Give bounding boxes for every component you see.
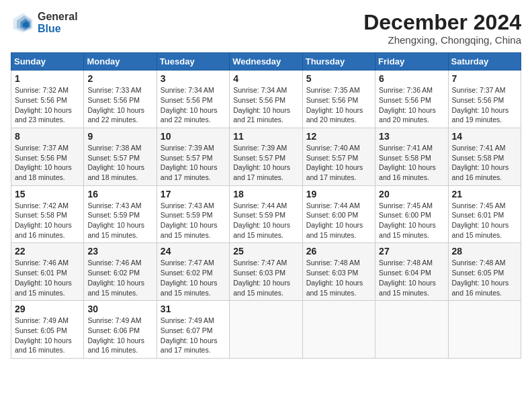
- day-number: 9: [87, 131, 152, 142]
- calendar-cell: 27Sunrise: 7:48 AM Sunset: 6:04 PM Dayli…: [375, 243, 448, 301]
- header-saturday: Saturday: [448, 53, 521, 71]
- calendar-cell: 13Sunrise: 7:41 AM Sunset: 5:58 PM Dayli…: [375, 128, 448, 185]
- calendar-cell: 28Sunrise: 7:48 AM Sunset: 6:05 PM Dayli…: [448, 243, 521, 301]
- day-info: Sunrise: 7:43 AM Sunset: 5:59 PM Dayligh…: [87, 201, 152, 240]
- day-info: Sunrise: 7:34 AM Sunset: 5:56 PM Dayligh…: [161, 85, 226, 125]
- header-sunday: Sunday: [11, 53, 84, 71]
- calendar-cell: 8Sunrise: 7:37 AM Sunset: 5:56 PM Daylig…: [11, 128, 84, 185]
- calendar-cell: 18Sunrise: 7:44 AM Sunset: 5:59 PM Dayli…: [230, 185, 302, 243]
- day-number: 15: [15, 189, 80, 199]
- calendar-week-3: 15Sunrise: 7:42 AM Sunset: 5:58 PM Dayli…: [11, 185, 521, 243]
- day-number: 8: [15, 131, 80, 142]
- day-number: 20: [379, 189, 444, 199]
- logo-general: General: [38, 11, 78, 23]
- day-number: 6: [379, 73, 444, 84]
- day-number: 19: [306, 189, 371, 199]
- day-info: Sunrise: 7:45 AM Sunset: 6:01 PM Dayligh…: [452, 201, 517, 240]
- day-number: 31: [161, 304, 226, 314]
- header-tuesday: Tuesday: [157, 53, 229, 71]
- calendar-table: SundayMondayTuesdayWednesdayThursdayFrid…: [11, 52, 521, 359]
- day-number: 24: [161, 246, 226, 257]
- day-number: 7: [452, 73, 517, 84]
- day-info: Sunrise: 7:46 AM Sunset: 6:02 PM Dayligh…: [87, 258, 152, 298]
- calendar-cell: 31Sunrise: 7:49 AM Sunset: 6:07 PM Dayli…: [157, 301, 229, 359]
- day-number: 30: [87, 304, 152, 314]
- day-info: Sunrise: 7:49 AM Sunset: 6:06 PM Dayligh…: [87, 316, 152, 355]
- day-info: Sunrise: 7:45 AM Sunset: 6:00 PM Dayligh…: [379, 201, 444, 240]
- day-info: Sunrise: 7:37 AM Sunset: 5:56 PM Dayligh…: [452, 85, 517, 125]
- day-number: 25: [233, 246, 298, 257]
- day-number: 17: [161, 189, 226, 199]
- header-wednesday: Wednesday: [230, 53, 302, 71]
- day-info: Sunrise: 7:39 AM Sunset: 5:57 PM Dayligh…: [233, 143, 298, 183]
- day-number: 12: [306, 131, 371, 142]
- header-monday: Monday: [84, 53, 157, 71]
- day-number: 18: [233, 189, 298, 199]
- calendar-cell: 24Sunrise: 7:47 AM Sunset: 6:02 PM Dayli…: [157, 243, 229, 301]
- day-info: Sunrise: 7:44 AM Sunset: 5:59 PM Dayligh…: [233, 201, 298, 240]
- calendar-cell: 15Sunrise: 7:42 AM Sunset: 5:58 PM Dayli…: [11, 185, 84, 243]
- month-title: December 2024: [363, 11, 521, 34]
- calendar-cell: 26Sunrise: 7:48 AM Sunset: 6:03 PM Dayli…: [302, 243, 375, 301]
- calendar-cell: 23Sunrise: 7:46 AM Sunset: 6:02 PM Dayli…: [84, 243, 157, 301]
- calendar-cell: 17Sunrise: 7:43 AM Sunset: 5:59 PM Dayli…: [157, 185, 229, 243]
- calendar-cell: 30Sunrise: 7:49 AM Sunset: 6:06 PM Dayli…: [84, 301, 157, 359]
- calendar-cell: 19Sunrise: 7:44 AM Sunset: 6:00 PM Dayli…: [302, 185, 375, 243]
- calendar-cell: 9Sunrise: 7:38 AM Sunset: 5:57 PM Daylig…: [84, 128, 157, 185]
- day-number: 13: [379, 131, 444, 142]
- calendar-header-row: SundayMondayTuesdayWednesdayThursdayFrid…: [11, 53, 521, 71]
- logo-text: General Blue: [38, 11, 78, 34]
- day-info: Sunrise: 7:48 AM Sunset: 6:04 PM Dayligh…: [379, 258, 444, 298]
- day-info: Sunrise: 7:49 AM Sunset: 6:07 PM Dayligh…: [161, 316, 226, 355]
- calendar-cell: 29Sunrise: 7:49 AM Sunset: 6:05 PM Dayli…: [11, 301, 84, 359]
- day-number: 29: [15, 304, 80, 314]
- calendar-cell: [375, 301, 448, 359]
- day-info: Sunrise: 7:47 AM Sunset: 6:02 PM Dayligh…: [161, 258, 226, 298]
- calendar-cell: [302, 301, 375, 359]
- day-info: Sunrise: 7:48 AM Sunset: 6:05 PM Dayligh…: [452, 258, 517, 298]
- calendar-cell: 20Sunrise: 7:45 AM Sunset: 6:00 PM Dayli…: [375, 185, 448, 243]
- day-info: Sunrise: 7:46 AM Sunset: 6:01 PM Dayligh…: [15, 258, 80, 298]
- day-info: Sunrise: 7:41 AM Sunset: 5:58 PM Dayligh…: [379, 143, 444, 183]
- day-info: Sunrise: 7:38 AM Sunset: 5:57 PM Dayligh…: [87, 143, 152, 183]
- day-number: 23: [87, 246, 152, 257]
- calendar-week-4: 22Sunrise: 7:46 AM Sunset: 6:01 PM Dayli…: [11, 243, 521, 301]
- calendar-cell: 12Sunrise: 7:40 AM Sunset: 5:57 PM Dayli…: [302, 128, 375, 185]
- calendar-cell: 16Sunrise: 7:43 AM Sunset: 5:59 PM Dayli…: [84, 185, 157, 243]
- day-info: Sunrise: 7:34 AM Sunset: 5:56 PM Dayligh…: [233, 85, 298, 125]
- header-friday: Friday: [375, 53, 448, 71]
- calendar-week-5: 29Sunrise: 7:49 AM Sunset: 6:05 PM Dayli…: [11, 301, 521, 359]
- day-number: 26: [306, 246, 371, 257]
- day-info: Sunrise: 7:39 AM Sunset: 5:57 PM Dayligh…: [161, 143, 226, 183]
- day-info: Sunrise: 7:36 AM Sunset: 5:56 PM Dayligh…: [379, 85, 444, 125]
- calendar-cell: 21Sunrise: 7:45 AM Sunset: 6:01 PM Dayli…: [448, 185, 521, 243]
- header-thursday: Thursday: [302, 53, 375, 71]
- day-number: 14: [452, 131, 517, 142]
- day-info: Sunrise: 7:37 AM Sunset: 5:56 PM Dayligh…: [15, 143, 80, 183]
- calendar-week-2: 8Sunrise: 7:37 AM Sunset: 5:56 PM Daylig…: [11, 128, 521, 185]
- day-number: 3: [161, 73, 226, 84]
- day-info: Sunrise: 7:48 AM Sunset: 6:03 PM Dayligh…: [306, 258, 371, 298]
- day-info: Sunrise: 7:41 AM Sunset: 5:58 PM Dayligh…: [452, 143, 517, 183]
- logo-icon: [11, 11, 35, 35]
- day-number: 21: [452, 189, 517, 199]
- day-number: 27: [379, 246, 444, 257]
- calendar-cell: 2Sunrise: 7:33 AM Sunset: 5:56 PM Daylig…: [84, 71, 157, 128]
- calendar-cell: 3Sunrise: 7:34 AM Sunset: 5:56 PM Daylig…: [157, 71, 229, 128]
- day-info: Sunrise: 7:49 AM Sunset: 6:05 PM Dayligh…: [15, 316, 80, 355]
- calendar-cell: 7Sunrise: 7:37 AM Sunset: 5:56 PM Daylig…: [448, 71, 521, 128]
- day-info: Sunrise: 7:42 AM Sunset: 5:58 PM Dayligh…: [15, 201, 80, 240]
- logo: General Blue: [11, 11, 78, 35]
- day-info: Sunrise: 7:43 AM Sunset: 5:59 PM Dayligh…: [161, 201, 226, 240]
- day-info: Sunrise: 7:44 AM Sunset: 6:00 PM Dayligh…: [306, 201, 371, 240]
- day-number: 11: [233, 131, 298, 142]
- calendar-cell: 4Sunrise: 7:34 AM Sunset: 5:56 PM Daylig…: [230, 71, 302, 128]
- calendar-cell: 10Sunrise: 7:39 AM Sunset: 5:57 PM Dayli…: [157, 128, 229, 185]
- day-number: 1: [15, 73, 80, 84]
- calendar-cell: 11Sunrise: 7:39 AM Sunset: 5:57 PM Dayli…: [230, 128, 302, 185]
- title-area: December 2024 Zhengxing, Chongqing, Chin…: [363, 11, 521, 46]
- day-number: 16: [87, 189, 152, 199]
- day-info: Sunrise: 7:47 AM Sunset: 6:03 PM Dayligh…: [233, 258, 298, 298]
- calendar-cell: 25Sunrise: 7:47 AM Sunset: 6:03 PM Dayli…: [230, 243, 302, 301]
- logo-blue: Blue: [38, 23, 78, 35]
